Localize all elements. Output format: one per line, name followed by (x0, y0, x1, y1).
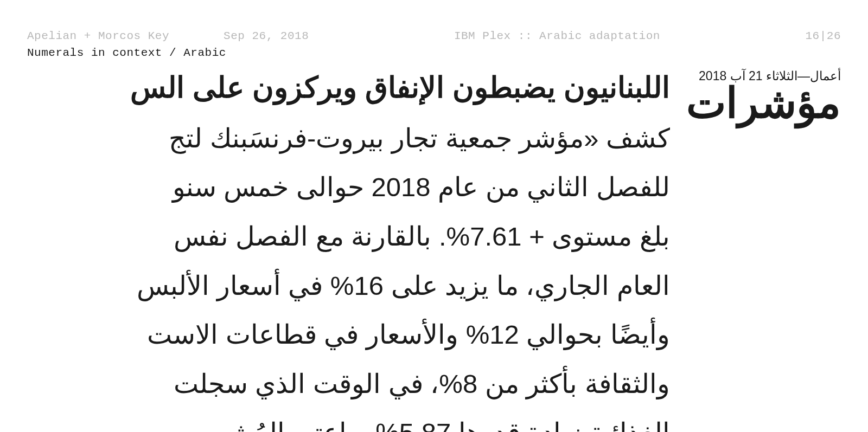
page-number: 16|26 (805, 30, 841, 42)
body-line: كشف «مؤشر جمعية تجار بيروت-فرنسَبنك لتج (0, 114, 670, 163)
author-label: Apelian + Morcos Key (27, 30, 169, 42)
date-label: Sep 26, 2018 (224, 30, 309, 42)
article-body: كشف «مؤشر جمعية تجار بيروت-فرنسَبنك لتج … (0, 114, 670, 432)
article-headline: اللبنانيون يضبطون الإنفاق ويركزون على ال… (0, 67, 670, 108)
header-left: Apelian + Morcos Key Sep 26, 2018 (27, 30, 309, 42)
main-text: اللبنانيون يضبطون الإنفاق ويركزون على ال… (0, 67, 670, 432)
page-subtitle: Numerals in context / Arabic (0, 42, 868, 59)
sidebar-label: مؤشرات (670, 82, 841, 124)
content-area: أعمال—الثلاثاء 21 آب 2018 مؤشرات اللبنان… (0, 67, 868, 432)
body-line: للفصل الثاني من عام 2018 حوالى خمس سنو (0, 163, 670, 212)
body-line: والثقافة بأكثر من 8%، في الوقت الذي سجلت (0, 359, 670, 409)
body-line: الغذائية زيادة قدرها 5.87%، واعتبر المُش… (0, 408, 670, 432)
project-label: IBM Plex :: Arabic adaptation (454, 30, 660, 42)
body-line: بلغ مستوى + 7.61%. بالقارنة مع الفصل نفس (0, 212, 670, 261)
body-line: وأيضًا بحوالي 12% والأسعار في قطاعات الا… (0, 310, 670, 359)
sidebar: أعمال—الثلاثاء 21 آب 2018 مؤشرات (670, 67, 868, 432)
page-header: Apelian + Morcos Key Sep 26, 2018 IBM Pl… (0, 0, 868, 42)
body-line: العام الجاري، ما يزيد على 16% في أسعار ا… (0, 261, 670, 311)
